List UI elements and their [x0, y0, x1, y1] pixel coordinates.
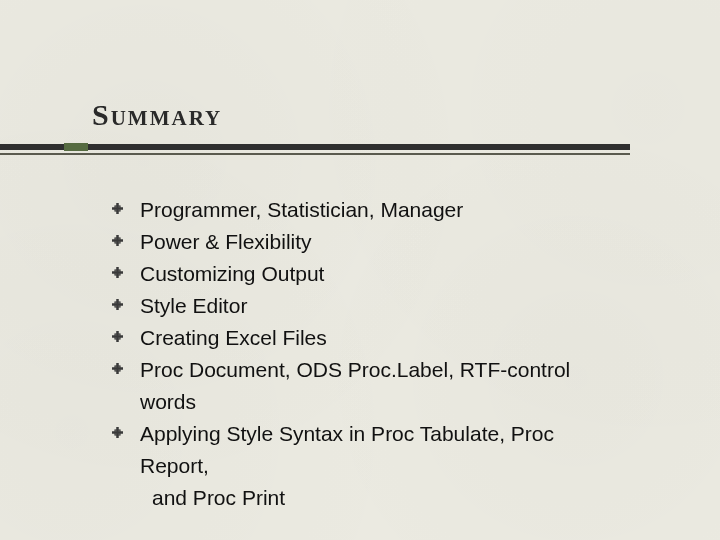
list-item: Applying Style Syntax in Proc Tabulate, …	[112, 420, 652, 448]
list-item: Creating Excel Files	[112, 324, 652, 352]
svg-rect-1	[116, 203, 119, 214]
list-item: Programmer, Statistician, Manager	[112, 196, 652, 224]
list-item-text: Customizing Output	[140, 262, 324, 285]
svg-rect-13	[116, 331, 119, 342]
svg-rect-16	[116, 363, 119, 374]
rule-thick	[0, 144, 630, 150]
svg-rect-10	[116, 299, 119, 310]
list-item-continuation: Report,	[112, 452, 652, 480]
rule-thin	[0, 153, 630, 155]
svg-rect-4	[116, 235, 119, 246]
list-item: Proc Document, ODS Proc.Label, RTF-contr…	[112, 356, 652, 384]
bullet-icon	[112, 203, 123, 214]
list-item: Style Editor	[112, 292, 652, 320]
bullet-icon	[112, 331, 123, 342]
list-item: Customizing Output	[112, 260, 652, 288]
svg-rect-19	[116, 427, 119, 438]
slide-title: Summary	[92, 98, 222, 132]
list-item-text: Programmer, Statistician, Manager	[140, 198, 463, 221]
list-item-continuation: words	[112, 388, 652, 416]
bullet-icon	[112, 235, 123, 246]
bullet-icon	[112, 299, 123, 310]
list-item-text: Proc Document, ODS Proc.Label, RTF-contr…	[140, 358, 570, 381]
list-item-continuation: and Proc Print	[112, 484, 652, 512]
bullet-list: Programmer, Statistician, Manager Power …	[112, 196, 652, 516]
bullet-icon	[112, 363, 123, 374]
rule-accent-square	[64, 143, 88, 151]
bullet-icon	[112, 427, 123, 438]
svg-rect-7	[116, 267, 119, 278]
list-item-text: Creating Excel Files	[140, 326, 327, 349]
list-item: Power & Flexibility	[112, 228, 652, 256]
list-item-text: Applying Style Syntax in Proc Tabulate, …	[140, 422, 554, 445]
list-item-text: Power & Flexibility	[140, 230, 312, 253]
list-item-text: Style Editor	[140, 294, 247, 317]
bullet-icon	[112, 267, 123, 278]
